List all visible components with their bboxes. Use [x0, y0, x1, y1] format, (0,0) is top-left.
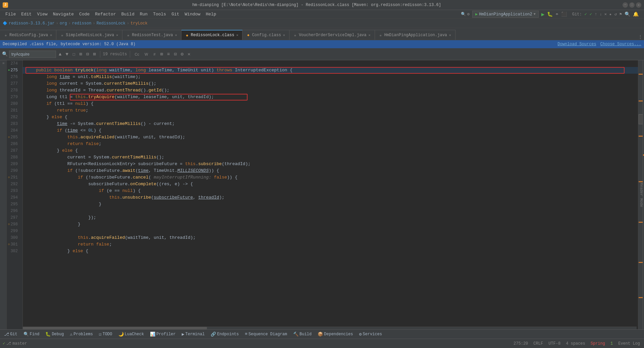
tab-icon-redisson-lock: ◆	[185, 33, 190, 38]
bottom-btn-profiler[interactable]: 📊 Profiler	[147, 331, 178, 338]
bottom-btn-endpoints[interactable]: 🔗 Endpoints	[208, 331, 241, 338]
tabs-menu-button[interactable]: ⋮	[638, 34, 643, 40]
search-close-button[interactable]: ✕	[186, 51, 192, 58]
status-spaces: 4 spaces	[566, 341, 585, 346]
line-285: ○285	[7, 134, 20, 141]
bottom-btn-terminal[interactable]: ▶ Terminal	[179, 331, 207, 338]
tab-voucher[interactable]: ☕ VoucherOrderServiceImpl.java ✕	[289, 30, 375, 40]
line-275: ●275	[7, 67, 20, 74]
vcs-icon[interactable]: ⚑	[620, 12, 622, 17]
bottom-btn-dependencies[interactable]: 📦 Dependencies	[315, 331, 356, 338]
bottom-btn-find[interactable]: 🔍 Find	[21, 331, 42, 338]
window-title: hm-dianping [E:\Note\Note\Redis\hm-dianp…	[11, 3, 623, 7]
bottom-btn-git[interactable]: ⎇ Git	[1, 331, 20, 338]
search-options-button[interactable]: ⊟	[85, 51, 90, 58]
status-spring: Spring	[591, 341, 605, 346]
search-prev-button[interactable]: ▲	[57, 51, 63, 58]
coverage-button[interactable]: ☂	[555, 11, 558, 17]
bottom-btn-todo[interactable]: ☑ TODO	[96, 331, 115, 338]
menu-git[interactable]: Git	[169, 11, 182, 17]
tab-close-redisson-lock[interactable]: ✕	[235, 33, 239, 38]
reader-mode-label[interactable]: Reader Mode	[639, 183, 643, 207]
search-next-button[interactable]: ▼	[64, 51, 69, 58]
menu-code[interactable]: Code	[76, 11, 92, 17]
bottom-btn-debug[interactable]: 🐛 Debug	[43, 331, 66, 338]
search-multiline-button[interactable]: ⊞	[78, 51, 83, 58]
maximize-button[interactable]: □	[629, 2, 635, 8]
code-editor[interactable]: public boolean tryLock(long waitTime, lo…	[23, 60, 638, 329]
menu-window[interactable]: Window	[182, 11, 203, 17]
menu-build[interactable]: Build	[119, 11, 137, 17]
tab-close-config[interactable]: ✕	[282, 33, 286, 38]
tab-config-class[interactable]: ◆ Config.class ✕	[243, 30, 289, 40]
line-279: 279	[7, 94, 20, 100]
scrollbar-panel[interactable]: Reader Mode	[638, 60, 644, 329]
code-line-276: long time = unit.toMillis(waitTime);	[23, 74, 638, 80]
search-split-button[interactable]: ⊠	[92, 51, 97, 58]
line-278: 278	[7, 87, 20, 94]
tab-redis-config[interactable]: ☕ RedisConfig.java ✕	[0, 30, 56, 40]
search-w-button[interactable]: W	[143, 51, 150, 57]
search-input[interactable]	[9, 51, 56, 58]
tab-close-hm[interactable]: ✕	[448, 33, 452, 38]
search-filter3-button[interactable]: ⊡	[172, 51, 178, 58]
close-button[interactable]: ✕	[636, 2, 641, 8]
search-everywhere-icon[interactable]: 🔍	[461, 12, 466, 17]
minimize-button[interactable]: ─	[623, 2, 628, 8]
run-button[interactable]: ▶	[541, 11, 545, 18]
bottom-btn-sequence[interactable]: ≡ Sequence Diagram	[242, 331, 290, 337]
stop-button[interactable]: ⬛	[561, 11, 567, 17]
search-regex-button[interactable]: #	[151, 51, 157, 57]
breadcrumb-class[interactable]: RedissonLock	[97, 21, 125, 26]
search-highlight-button[interactable]: ☐	[71, 51, 76, 58]
menu-view[interactable]: View	[34, 11, 50, 17]
download-sources-link[interactable]: Download Sources	[557, 42, 596, 47]
status-branch-name[interactable]: master	[12, 341, 27, 346]
search-filter2-button[interactable]: ≡	[166, 51, 171, 58]
search-settings-button[interactable]: ⚙	[179, 51, 185, 58]
tab-simple-redis[interactable]: ☕ SimpleRedisLock.java ✕	[56, 30, 122, 40]
lua-label: LuaCheck	[125, 332, 144, 337]
line-298: ○298	[7, 221, 20, 228]
bottom-btn-services[interactable]: ⚙ Services	[356, 331, 384, 338]
menu-help[interactable]: Help	[203, 11, 219, 17]
search-icon[interactable]: 🔍	[625, 11, 630, 17]
settings-icon[interactable]: ⚙	[467, 12, 470, 17]
bottom-btn-build[interactable]: 🔨 Build	[290, 331, 314, 338]
title-bar: J hm-dianping [E:\Note\Note\Redis\hm-dia…	[0, 0, 644, 10]
tab-close-simple-redis[interactable]: ✕	[115, 33, 119, 38]
services-icon: ⚙	[359, 332, 362, 337]
bottom-btn-lua[interactable]: 🌙 LuaCheck	[116, 331, 147, 338]
code-line-302: } else {	[23, 248, 638, 255]
git-actions[interactable]: ↑ ↓ ✕ ★	[595, 12, 611, 17]
notification-icon[interactable]: 🔔	[633, 11, 639, 17]
tab-redisson-test[interactable]: ☕ RedissonTest.java ✕	[122, 30, 181, 40]
menu-tools[interactable]: Tools	[150, 11, 169, 17]
bottom-btn-problems[interactable]: ⚠ Problems	[67, 331, 95, 338]
breadcrumb-jar[interactable]: redisson-3.13.6.jar	[9, 21, 55, 26]
status-event-log[interactable]: Event Log	[618, 341, 640, 346]
breadcrumb-redisson[interactable]: redisson	[72, 21, 92, 26]
run-config-dropdown[interactable]: ▶ HmDianPingApplication2 ▼	[472, 11, 539, 18]
sidebar-icon-project[interactable]: ≡	[1, 62, 5, 64]
choose-sources-link[interactable]: Choose Sources...	[600, 42, 641, 47]
tab-close-redisson-test[interactable]: ✕	[174, 33, 178, 38]
tab-close-redis-config[interactable]: ✕	[49, 33, 53, 38]
breadcrumb-org[interactable]: org	[60, 21, 67, 26]
menu-refactor[interactable]: Refactor	[92, 11, 118, 17]
tab-close-voucher[interactable]: ✕	[368, 33, 371, 38]
menu-run[interactable]: Run	[137, 11, 150, 17]
horizontal-scrollbar[interactable]	[23, 327, 637, 329]
search-filter-button[interactable]: ⊞	[159, 51, 164, 58]
h-scrollbar-thumb[interactable]	[23, 327, 207, 329]
menu-navigate[interactable]: Navigate	[50, 11, 76, 17]
breadcrumb-method[interactable]: tryLock	[130, 21, 147, 26]
debug-run-button[interactable]: 🐛	[547, 11, 553, 17]
find-label: Find	[30, 332, 40, 337]
menu-edit[interactable]: Edit	[18, 11, 34, 17]
search-cc-button[interactable]: Cc	[133, 51, 141, 57]
menu-file[interactable]: File	[3, 11, 18, 17]
git-refresh[interactable]: ↺	[614, 12, 617, 17]
tab-redisson-lock[interactable]: ◆ RedissonLock.class ✕	[181, 30, 243, 40]
tab-hm-dianping[interactable]: ☕ HmDianPingApplication.java ✕	[375, 30, 455, 40]
